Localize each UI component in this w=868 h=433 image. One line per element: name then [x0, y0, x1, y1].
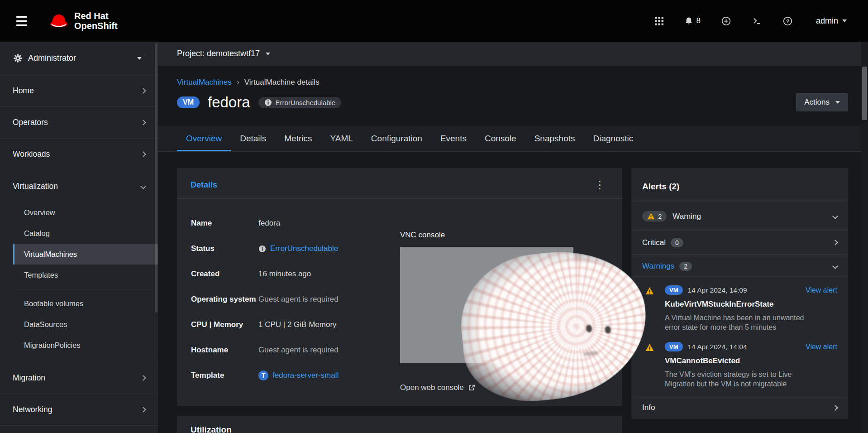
alert-item: VM 14 Apr 2024, 14:04 View alert VMCanno…: [631, 335, 848, 391]
status-badge-label: ErrorUnschedulable: [276, 99, 336, 106]
sidebar-group-virtualization: Virtualization Overview Catalog VirtualM…: [0, 170, 158, 362]
sidebar-scrollbar[interactable]: [155, 43, 157, 313]
warning-count-pill: 2: [642, 211, 667, 221]
nav-label: Workloads: [13, 149, 50, 159]
field-value: fedora: [258, 219, 280, 228]
view-alert-link[interactable]: View alert: [806, 343, 837, 351]
details-title-link[interactable]: Details: [191, 180, 217, 190]
group-count-badge: 0: [671, 238, 683, 247]
sidebar-item-workloads[interactable]: Workloads: [0, 139, 158, 170]
virtualization-subnav: Overview Catalog VirtualMachines Templat…: [13, 202, 158, 356]
sidebar-item-templates[interactable]: Templates: [13, 265, 158, 285]
alert-description: A Virtual Machine has been in an unwante…: [665, 313, 807, 332]
apps-grid-icon: [655, 17, 663, 25]
vm-kind-badge: VM: [177, 96, 200, 108]
template-link[interactable]: fedora-server-small: [272, 371, 339, 380]
main-scrollbar[interactable]: [861, 42, 868, 433]
alert-timestamp: 14 Apr 2024, 14:09: [688, 286, 747, 294]
perspective-switcher[interactable]: Administrator: [0, 42, 158, 75]
terminal-icon: [752, 16, 762, 25]
tab-yaml[interactable]: YAML: [321, 126, 362, 151]
tab-console[interactable]: Console: [476, 126, 525, 151]
warning-triangle-icon: [645, 343, 654, 352]
question-circle-icon: ?: [783, 16, 792, 26]
notification-count: 8: [696, 16, 701, 25]
tab-overview[interactable]: Overview: [177, 126, 231, 151]
alerts-group-info[interactable]: Info: [631, 396, 848, 419]
tab-diagnostic[interactable]: Diagnostic: [584, 126, 642, 151]
nav-label: VirtualMachines: [24, 250, 77, 259]
vnc-console-label: VNC console: [400, 231, 609, 240]
scrollbar-thumb[interactable]: [862, 67, 867, 120]
plus-circle-icon: [721, 16, 731, 26]
overlay-eye: [604, 326, 611, 334]
sidebar-item-virt-overview[interactable]: Overview: [13, 202, 158, 223]
notifications-button[interactable]: 8: [684, 16, 701, 26]
warning-summary-label: Warning: [672, 212, 701, 221]
brand-logo[interactable]: Red Hat OpenShift: [49, 11, 118, 31]
sidebar-item-home[interactable]: Home: [0, 75, 158, 107]
alert-description: The VM's eviction strategy is set to Liv…: [665, 370, 807, 389]
actions-button[interactable]: Actions: [796, 93, 848, 111]
tab-metrics[interactable]: Metrics: [275, 126, 321, 151]
perspective-label: Administrator: [28, 53, 76, 63]
caret-down-icon: [266, 53, 270, 55]
field-label: Status: [191, 244, 258, 253]
group-count-badge: 2: [679, 262, 692, 271]
apps-launcher-button[interactable]: [655, 17, 663, 25]
nav-list: Home Operators Workloads Virtualization …: [0, 75, 158, 426]
sidebar: Administrator Home Operators Workloads V…: [0, 42, 158, 433]
sidebar-item-operators[interactable]: Operators: [0, 107, 158, 139]
sidebar-item-networking[interactable]: Networking: [0, 394, 158, 426]
nav-toggle-icon[interactable]: [12, 12, 32, 30]
status-link[interactable]: ErrorUnschedulable: [270, 244, 338, 253]
tab-configuration[interactable]: Configuration: [362, 126, 431, 151]
alerts-group-critical[interactable]: Critical 0: [631, 231, 848, 255]
warning-triangle-icon: [647, 212, 655, 220]
quick-create-button[interactable]: [721, 16, 731, 26]
caret-down-icon: [842, 19, 847, 22]
breadcrumb-virtualmachines-link[interactable]: VirtualMachines: [177, 78, 232, 87]
sidebar-item-virtualmachines[interactable]: VirtualMachines: [13, 244, 158, 265]
field-row-status: Status ErrorUnschedulable: [191, 236, 400, 261]
nav-label: DataSources: [24, 320, 67, 329]
username: admin: [816, 16, 838, 26]
alert-content: VM 14 Apr 2024, 14:09 View alert KubeVir…: [665, 285, 837, 332]
details-fields: Name fedora Status: [191, 211, 400, 392]
alert-meta: VM 14 Apr 2024, 14:04 View alert: [665, 342, 837, 351]
masthead-toolbar: 8 ? admin: [655, 16, 847, 26]
alerts-group-warnings[interactable]: Warnings 2: [631, 255, 848, 278]
masthead: Red Hat OpenShift 8: [0, 0, 868, 42]
alerts-panel: Alerts (2) 2 Warning Critical: [631, 168, 848, 419]
field-row-created: Created 16 minutes ago: [191, 261, 400, 287]
tab-details[interactable]: Details: [231, 126, 275, 151]
kebab-menu-icon[interactable]: ⋮: [591, 180, 609, 190]
sidebar-item-bootable-volumes[interactable]: Bootable volumes: [13, 293, 158, 314]
sidebar-item-migrationpolicies[interactable]: MigrationPolicies: [13, 335, 158, 356]
tab-events[interactable]: Events: [431, 126, 476, 151]
sidebar-item-datasources[interactable]: DataSources: [13, 314, 158, 335]
tab-snapshots[interactable]: Snapshots: [525, 126, 584, 151]
nav-label: Bootable volumes: [24, 299, 83, 308]
field-label: Created: [191, 269, 258, 279]
nav-label: Virtualization: [13, 182, 58, 191]
sidebar-item-catalog[interactable]: Catalog: [13, 223, 158, 244]
project-label: Project: demotestwtf17: [177, 49, 260, 58]
utilization-title: Utilization: [177, 416, 622, 433]
field-value: Guest agent is required: [258, 346, 339, 355]
help-button[interactable]: ?: [783, 16, 792, 26]
open-web-console-link[interactable]: Open web console: [400, 383, 475, 392]
alerts-title: Alerts (2): [631, 168, 848, 202]
overlay-eye: [586, 325, 592, 333]
nav-label: Home: [13, 86, 34, 96]
alerts-warning-summary-row[interactable]: 2 Warning: [631, 202, 848, 231]
cli-terminal-button[interactable]: [752, 16, 762, 25]
sidebar-item-migration[interactable]: Migration: [0, 362, 158, 394]
user-menu[interactable]: admin: [816, 16, 847, 26]
status-badge[interactable]: ErrorUnschedulable: [258, 97, 342, 108]
view-alert-link[interactable]: View alert: [806, 286, 837, 294]
nav-label: Overview: [24, 208, 55, 217]
project-selector[interactable]: Project: demotestwtf17: [158, 42, 868, 66]
nav-label: Catalog: [24, 229, 50, 238]
sidebar-item-virtualization[interactable]: Virtualization: [0, 170, 158, 202]
